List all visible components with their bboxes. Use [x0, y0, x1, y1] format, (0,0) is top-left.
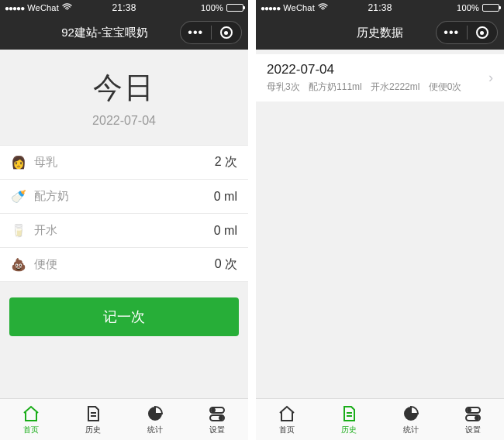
capsule-more-icon[interactable]: ••• [437, 26, 467, 39]
row-label: 母乳 [34, 155, 215, 170]
wifi-icon [318, 3, 328, 12]
row-value: 0 ml [214, 224, 237, 238]
hero-date: 2022-07-04 [0, 114, 248, 128]
tab-label: 统计 [147, 425, 163, 435]
cup-icon: 🥛 [11, 223, 26, 238]
tab-settings[interactable]: 设置 [186, 399, 248, 440]
capsule-menu[interactable]: ••• [436, 21, 498, 44]
wifi-icon [62, 3, 72, 12]
page-title: 历史数据 [357, 26, 403, 40]
tab-bar: 首页 历史 统计 设置 [256, 398, 504, 440]
svg-point-7 [468, 408, 471, 411]
today-hero: 今日 2022-07-04 [0, 50, 248, 145]
battery-icon [482, 4, 499, 12]
capsule-close-icon[interactable] [212, 26, 242, 39]
row-value: 0 次 [215, 256, 237, 273]
row-formula[interactable]: 🍼 配方奶 0 ml [0, 180, 248, 214]
capsule-menu[interactable]: ••• [180, 21, 242, 44]
clock: 21:38 [112, 2, 136, 13]
hero-title: 今日 [0, 68, 248, 108]
svg-point-9 [475, 416, 478, 419]
document-icon [84, 404, 102, 423]
document-icon [340, 404, 358, 423]
svg-point-4 [219, 416, 223, 419]
tab-home[interactable]: 首页 [256, 399, 318, 440]
row-value: 2 次 [215, 154, 237, 170]
tab-home[interactable]: 首页 [0, 399, 62, 440]
tab-label: 历史 [341, 425, 357, 435]
row-value: 0 ml [214, 190, 237, 204]
record-button[interactable]: 记一次 [9, 297, 239, 336]
record-button-label: 记一次 [103, 308, 145, 326]
toggle-icon [208, 404, 226, 423]
summary-list: 👩 母乳 2 次 🍼 配方奶 0 ml 🥛 开水 0 ml 💩 便便 0 次 [0, 145, 248, 282]
tab-label: 首页 [23, 425, 39, 435]
battery-icon [226, 4, 243, 12]
row-breast[interactable]: 👩 母乳 2 次 [0, 146, 248, 180]
svg-point-2 [212, 408, 215, 411]
home-icon [22, 404, 40, 423]
tab-settings[interactable]: 设置 [442, 399, 504, 440]
history-summary: 母乳3次 配方奶111ml 开水2222ml 便便0次 [267, 81, 488, 94]
toggle-icon [464, 404, 482, 423]
chart-icon [402, 404, 420, 423]
chart-icon [146, 404, 164, 423]
breast-icon: 👩 [11, 155, 26, 170]
row-label: 开水 [34, 223, 214, 238]
status-bar: ●●●●● WeChat 21:38 100% [256, 0, 504, 15]
history-date: 2022-07-04 [267, 62, 488, 77]
tab-bar: 首页 历史 统计 设置 [0, 398, 248, 440]
bottle-icon: 🍼 [11, 189, 26, 204]
tab-label: 历史 [85, 425, 101, 435]
home-icon [278, 404, 296, 423]
tab-stats[interactable]: 统计 [124, 399, 186, 440]
capsule-more-icon[interactable]: ••• [181, 26, 211, 39]
poop-icon: 💩 [11, 257, 26, 272]
svg-point-5 [323, 9, 324, 10]
signal-icon: ●●●●● [261, 4, 280, 12]
screen-history: ●●●●● WeChat 21:38 100% 历史数据 ••• 2022-07… [256, 0, 504, 440]
tab-history[interactable]: 历史 [62, 399, 124, 440]
nav-bar: 92建站-宝宝喂奶 ••• [0, 15, 248, 50]
tab-history[interactable]: 历史 [318, 399, 380, 440]
tab-stats[interactable]: 统计 [380, 399, 442, 440]
tab-label: 统计 [403, 425, 419, 435]
status-bar: ●●●●● WeChat 21:38 100% [0, 0, 248, 15]
carrier-label: WeChat [283, 3, 315, 12]
page-title: 92建站-宝宝喂奶 [61, 26, 148, 40]
signal-icon: ●●●●● [5, 4, 24, 12]
row-water[interactable]: 🥛 开水 0 ml [0, 214, 248, 248]
tab-label: 设置 [209, 425, 225, 435]
nav-bar: 历史数据 ••• [256, 15, 504, 50]
svg-point-0 [67, 9, 68, 10]
carrier-label: WeChat [27, 3, 59, 12]
row-poop[interactable]: 💩 便便 0 次 [0, 248, 248, 282]
screen-home: ●●●●● WeChat 21:38 100% 92建站-宝宝喂奶 ••• 今日… [0, 0, 248, 440]
capsule-close-icon[interactable] [468, 26, 498, 39]
clock: 21:38 [368, 2, 392, 13]
tab-label: 设置 [465, 425, 481, 435]
chevron-right-icon: › [488, 70, 493, 86]
battery-pct: 100% [457, 3, 479, 12]
history-item[interactable]: 2022-07-04 母乳3次 配方奶111ml 开水2222ml 便便0次 › [256, 54, 504, 101]
battery-pct: 100% [201, 3, 223, 12]
row-label: 便便 [34, 257, 215, 272]
row-label: 配方奶 [34, 189, 214, 204]
tab-label: 首页 [279, 425, 295, 435]
